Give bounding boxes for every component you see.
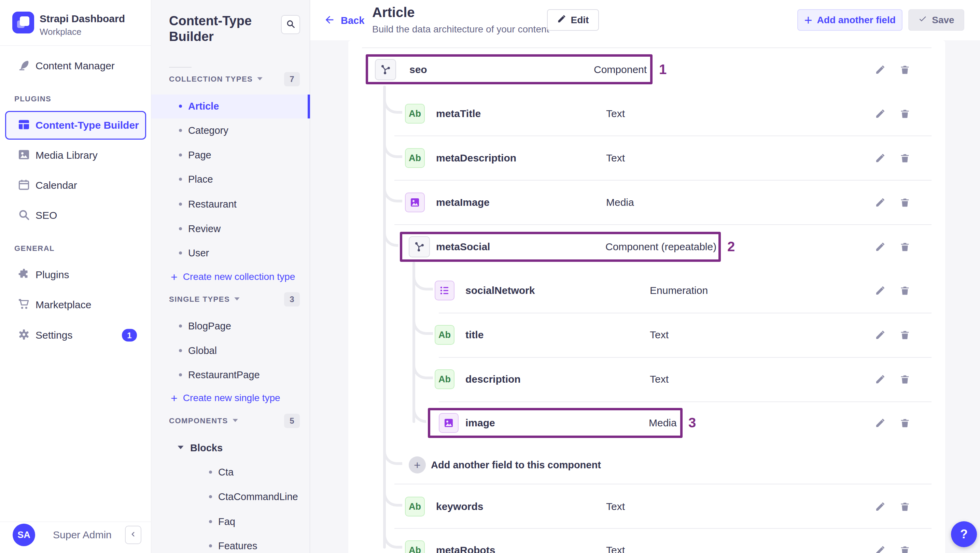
field-name: metaRobots bbox=[436, 545, 495, 553]
collapse-sidebar-button[interactable] bbox=[125, 526, 142, 544]
strapi-app: Strapi Dashboard Workplace Content Manag… bbox=[0, 0, 980, 553]
edit-button[interactable]: Edit bbox=[547, 9, 599, 31]
panel-item-restaurant[interactable]: Restaurant bbox=[179, 199, 237, 210]
sidebar: Strapi Dashboard Workplace Content Manag… bbox=[0, 0, 151, 553]
delete-field-button[interactable] bbox=[898, 63, 912, 76]
create-single-type-link[interactable]: + Create new single type bbox=[171, 392, 280, 404]
edit-field-button[interactable] bbox=[873, 416, 887, 430]
edit-field-button[interactable] bbox=[873, 151, 887, 165]
panel-item-user[interactable]: User bbox=[179, 248, 209, 259]
field-name: keywords bbox=[436, 501, 483, 512]
delete-field-button[interactable] bbox=[898, 284, 912, 297]
single-types-header[interactable]: SINGLE TYPES bbox=[169, 295, 240, 304]
edit-field-button[interactable] bbox=[873, 240, 887, 254]
annotation-number-3: 3 bbox=[688, 415, 696, 431]
create-collection-type-link[interactable]: + Create new collection type bbox=[171, 271, 295, 283]
bullet-icon bbox=[209, 545, 212, 548]
add-component-field-button[interactable]: + bbox=[409, 456, 426, 474]
text-field-icon: Ab bbox=[405, 540, 425, 553]
annotation-number-2: 2 bbox=[727, 239, 735, 254]
delete-field-button[interactable] bbox=[898, 195, 912, 209]
plus-icon: + bbox=[171, 392, 178, 404]
edit-field-button[interactable] bbox=[873, 107, 887, 121]
edit-field-button[interactable] bbox=[873, 195, 887, 209]
annotation-number-1: 1 bbox=[659, 62, 667, 77]
sidebar-item-plugins[interactable]: Plugins bbox=[35, 269, 69, 281]
delete-field-button[interactable] bbox=[898, 543, 912, 553]
sidebar-item-marketplace[interactable]: Marketplace bbox=[35, 299, 91, 311]
back-button[interactable]: Back bbox=[324, 14, 364, 27]
panel-divider bbox=[169, 67, 192, 68]
panel-item-article[interactable]: Article bbox=[179, 101, 219, 112]
image-icon bbox=[18, 148, 30, 162]
panel-item-restaurantpage[interactable]: RestaurantPage bbox=[179, 369, 260, 381]
bullet-icon bbox=[209, 520, 212, 523]
panel-item-features[interactable]: Features bbox=[209, 540, 257, 551]
edit-field-button[interactable] bbox=[873, 63, 887, 76]
bullet-icon bbox=[179, 178, 182, 181]
row-divider bbox=[395, 180, 932, 181]
panel-item-category[interactable]: Category bbox=[179, 125, 228, 136]
puzzle-icon bbox=[18, 268, 30, 281]
add-component-field-label[interactable]: Add another field to this component bbox=[431, 459, 601, 471]
avatar[interactable]: SA bbox=[13, 524, 35, 546]
field-name: metaDescription bbox=[436, 152, 516, 164]
panel-item-global[interactable]: Global bbox=[179, 345, 217, 356]
field-name: image bbox=[465, 417, 495, 429]
collection-types-count: 7 bbox=[284, 72, 300, 86]
panel-search-button[interactable] bbox=[281, 15, 300, 34]
edit-field-button[interactable] bbox=[873, 284, 887, 297]
text-field-icon: Ab bbox=[435, 325, 455, 345]
plus-icon: + bbox=[414, 458, 421, 472]
delete-field-button[interactable] bbox=[898, 328, 912, 342]
panel-item-cta[interactable]: Cta bbox=[209, 467, 234, 478]
row-divider bbox=[439, 313, 932, 313]
edit-field-button[interactable] bbox=[873, 328, 887, 342]
edit-field-button[interactable] bbox=[873, 543, 887, 553]
save-button[interactable]: Save bbox=[908, 9, 964, 31]
edit-field-button[interactable] bbox=[873, 500, 887, 513]
delete-field-button[interactable] bbox=[898, 151, 912, 165]
sidebar-item-content-manager[interactable]: Content Manager bbox=[35, 60, 115, 72]
media-field-icon bbox=[405, 192, 425, 212]
calendar-icon bbox=[18, 178, 30, 192]
edit-field-button[interactable] bbox=[873, 372, 887, 386]
panel-item-place[interactable]: Place bbox=[179, 174, 213, 185]
field-name: metaSocial bbox=[436, 241, 490, 253]
user-name: Super Admin bbox=[53, 529, 112, 541]
component-group-blocks[interactable]: Blocks bbox=[177, 442, 223, 454]
panel-item-blogpage[interactable]: BlogPage bbox=[179, 321, 231, 332]
sidebar-item-seo[interactable]: SEO bbox=[35, 210, 57, 221]
text-field-icon: Ab bbox=[405, 148, 425, 168]
delete-field-button[interactable] bbox=[898, 372, 912, 386]
tree-line bbox=[383, 86, 386, 548]
collection-types-header[interactable]: COLLECTION TYPES bbox=[169, 75, 263, 84]
text-field-icon: Ab bbox=[405, 104, 425, 124]
field-name: socialNetwork bbox=[465, 285, 535, 296]
sidebar-divider bbox=[0, 521, 151, 522]
page-subtitle: Build the data architecture of your cont… bbox=[372, 24, 549, 35]
tree-line bbox=[412, 262, 415, 423]
components-header[interactable]: COMPONENTS bbox=[169, 416, 238, 425]
page-title: Article bbox=[372, 5, 415, 20]
sidebar-divider bbox=[0, 45, 151, 46]
delete-field-button[interactable] bbox=[898, 500, 912, 513]
delete-field-button[interactable] bbox=[898, 416, 912, 430]
panel-item-faq[interactable]: Faq bbox=[209, 516, 235, 528]
field-type: Text bbox=[606, 545, 625, 553]
bullet-icon bbox=[209, 495, 212, 498]
panel-item-page[interactable]: Page bbox=[179, 149, 212, 161]
panel-item-review[interactable]: Review bbox=[179, 223, 221, 235]
components-count: 5 bbox=[284, 414, 300, 428]
sidebar-item-calendar[interactable]: Calendar bbox=[35, 180, 77, 191]
row-divider bbox=[395, 484, 932, 485]
sidebar-item-settings[interactable]: Settings bbox=[35, 329, 72, 341]
chevron-down-icon bbox=[177, 445, 184, 451]
add-another-field-button[interactable]: + Add another field bbox=[797, 9, 902, 31]
panel-item-ctacommandline[interactable]: CtaCommandLine bbox=[209, 491, 298, 502]
delete-field-button[interactable] bbox=[898, 107, 912, 121]
sidebar-item-media-library[interactable]: Media Library bbox=[35, 149, 98, 161]
delete-field-button[interactable] bbox=[898, 240, 912, 254]
help-button[interactable]: ? bbox=[951, 521, 977, 547]
gear-icon bbox=[18, 328, 30, 342]
